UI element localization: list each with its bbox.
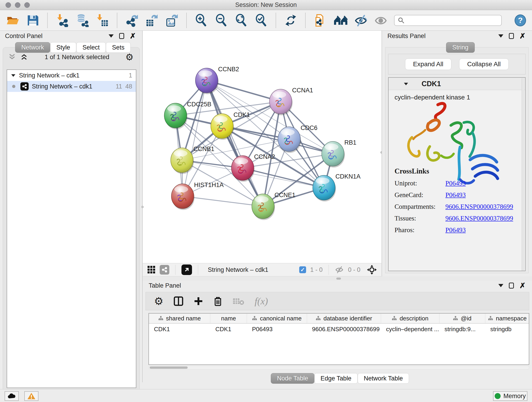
node-CCNA1[interactable]: CCNA1 [269, 87, 313, 115]
network-canvas[interactable]: CCNB2CCNA1CDC25BCDK1CDC6RB1CCNB1CCNA2CDK… [143, 31, 381, 263]
node-HIST1H1A[interactable]: HIST1H1A [171, 182, 224, 210]
column-header-shared-name[interactable]: shared name [149, 313, 210, 323]
detach-view-icon[interactable] [181, 264, 192, 275]
tab-edge-table[interactable]: Edge Table [314, 373, 358, 384]
crosslink-link[interactable]: P06493 [445, 226, 466, 234]
tab-network-table[interactable]: Network Table [358, 373, 409, 384]
apply-style-button[interactable] [284, 13, 298, 27]
close-window-button[interactable] [6, 2, 11, 8]
expand-all-icon[interactable] [21, 54, 29, 60]
zoom-window-button[interactable] [24, 2, 30, 8]
tree-expand-icon[interactable] [11, 73, 16, 77]
table-cell[interactable]: CDK1 [149, 324, 210, 335]
add-column-icon[interactable] [194, 296, 203, 306]
minimize-window-button[interactable] [15, 2, 20, 8]
crosslink-link[interactable]: P06493 [445, 179, 466, 187]
left-splitter-handle[interactable] [141, 206, 144, 208]
float-panel-icon[interactable] [498, 284, 503, 287]
horizontal-splitter[interactable] [143, 276, 532, 281]
tab-style[interactable]: Style [50, 42, 76, 53]
window-controls[interactable] [6, 2, 30, 8]
undock-panel-icon[interactable] [509, 283, 514, 288]
search-box[interactable] [394, 15, 502, 26]
zoom-in-button[interactable] [195, 13, 208, 27]
crosslink-link[interactable]: 9606.ENSP00000378699 [445, 215, 513, 222]
section-collapse-icon[interactable] [403, 82, 409, 86]
close-panel-icon[interactable]: ✗ [130, 32, 136, 40]
table-cell[interactable]: P06493 [247, 324, 307, 335]
expand-all-button[interactable]: Expand All [405, 58, 451, 70]
close-panel-icon[interactable]: ✗ [519, 32, 526, 40]
open-session-button[interactable] [6, 13, 19, 27]
column-header-description[interactable]: description [381, 313, 439, 323]
tab-network[interactable]: Network [15, 42, 50, 53]
string-home-button[interactable] [334, 13, 348, 27]
column-header--id[interactable]: @id [439, 313, 485, 323]
column-header-database-identifier[interactable]: database identifier [307, 313, 381, 323]
network-collection-row[interactable]: String Network – cdk1 1 [7, 70, 136, 81]
tab-select[interactable]: Select [76, 42, 106, 53]
selected-checkbox-icon[interactable]: ✓ [299, 266, 306, 273]
scrollbar-thumb[interactable] [150, 366, 188, 369]
birdseye-crosshair-icon[interactable] [367, 265, 377, 275]
table-cell[interactable]: stringdb [485, 324, 529, 335]
column-header-canonical-name[interactable]: canonical name [247, 313, 307, 323]
column-header-name[interactable]: name [210, 313, 247, 323]
splitter-handle[interactable] [336, 278, 341, 280]
table-row[interactable]: CDK1CDK1P064939606.ENSP00000378699cyclin… [149, 324, 529, 335]
table-cell[interactable]: stringdb:9... [439, 324, 485, 335]
zoom-out-button[interactable] [215, 13, 228, 27]
delete-table-icon[interactable] [233, 297, 244, 305]
search-input[interactable] [407, 17, 498, 24]
collapse-all-icon[interactable] [9, 54, 17, 60]
warning-status-button[interactable] [24, 391, 38, 401]
tab-node-table[interactable]: Node Table [271, 373, 314, 384]
close-panel-icon[interactable]: ✗ [519, 282, 526, 289]
tab-string[interactable]: String [446, 42, 475, 53]
import-network-database-button[interactable] [75, 13, 89, 27]
zoom-fit-button[interactable] [234, 13, 248, 27]
save-session-button[interactable] [26, 13, 39, 27]
cloud-status-button[interactable] [5, 391, 19, 401]
delete-column-trash-icon[interactable] [213, 296, 222, 306]
hidden-eye-slash-icon[interactable] [335, 266, 344, 274]
table-horizontal-scrollbar[interactable] [148, 366, 529, 370]
table-options-gear-icon[interactable]: ⚙ [154, 296, 163, 306]
network-row[interactable]: String Network – cdk1 11 48 [7, 81, 136, 92]
edge-CCNE1-HIST1H1A[interactable] [183, 196, 263, 206]
network-type-badge-icon[interactable] [160, 265, 169, 274]
export-image-button[interactable] [165, 13, 178, 27]
crosslink-link[interactable]: P06493 [445, 191, 466, 199]
table-cell[interactable]: 9606.ENSP00000378699 [307, 324, 381, 335]
export-network-button[interactable] [125, 13, 139, 27]
import-network-file-button[interactable] [56, 13, 69, 27]
float-panel-icon[interactable] [498, 34, 503, 38]
results-scrollbar[interactable] [522, 78, 525, 271]
export-table-button[interactable] [145, 13, 158, 27]
table-cell[interactable]: cyclin–dependent ... [381, 324, 439, 335]
float-panel-icon[interactable] [109, 34, 114, 38]
collapse-all-button[interactable]: Collapse All [459, 58, 509, 70]
function-builder-icon[interactable]: f(x) [254, 296, 268, 307]
column-header-namespace[interactable]: namespace [485, 313, 529, 323]
undock-panel-icon[interactable] [509, 33, 514, 39]
help-button[interactable]: ? [515, 14, 526, 26]
duplicate-network-button[interactable] [313, 13, 327, 27]
node-CDK1[interactable]: CDK1 [211, 111, 250, 140]
grid-view-icon[interactable] [147, 266, 156, 274]
edge-CCNB2-HIST1H1A[interactable] [183, 80, 207, 196]
node-RB1[interactable]: RB1 [322, 139, 356, 167]
show-columns-icon[interactable] [173, 296, 184, 306]
node-CDKN1A[interactable]: CDKN1A [313, 173, 361, 201]
undock-panel-icon[interactable] [119, 33, 124, 39]
tab-sets[interactable]: Sets [106, 42, 131, 53]
hide-unhide-button[interactable] [354, 13, 368, 27]
crosslink-link[interactable]: 9606.ENSP00000378699 [445, 203, 513, 211]
node-table[interactable]: shared namenamecanonical namedatabase id… [148, 313, 529, 365]
show-graphics-button[interactable] [374, 13, 388, 27]
memory-button[interactable]: Memory [493, 391, 527, 401]
network-options-gear-icon[interactable]: ⚙ [125, 52, 133, 62]
node-CCNE1[interactable]: CCNE1 [252, 191, 296, 220]
import-table-file-button[interactable] [95, 13, 109, 27]
table-cell[interactable]: CDK1 [210, 324, 247, 335]
